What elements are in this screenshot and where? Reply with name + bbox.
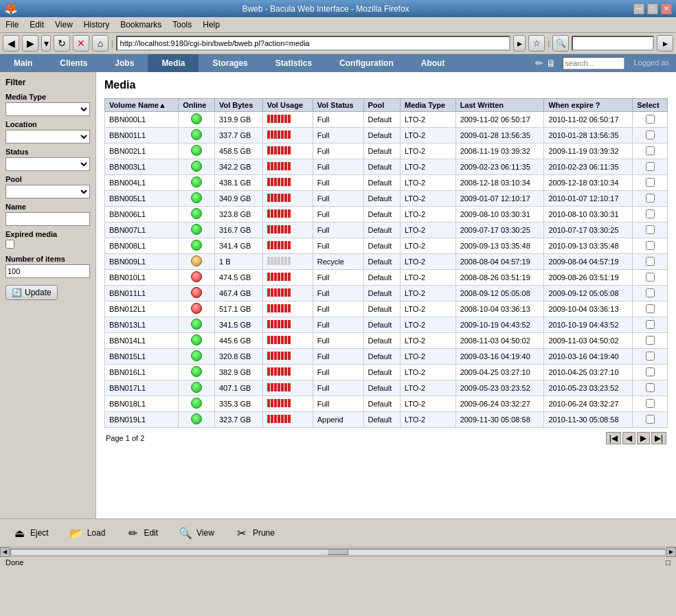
location-select[interactable] (5, 130, 90, 144)
row-checkbox[interactable] (646, 115, 655, 124)
tab-clients[interactable]: Clients (46, 54, 101, 72)
hscroll-left[interactable]: ◀ (0, 547, 10, 557)
cell-select[interactable] (633, 128, 668, 144)
zoom-button[interactable]: 🔍 (552, 35, 569, 52)
row-checkbox[interactable] (646, 273, 655, 282)
row-checkbox[interactable] (646, 352, 655, 361)
expired-media-checkbox[interactable] (5, 240, 14, 249)
search-go-button[interactable]: ▸ (657, 35, 673, 52)
menu-tools[interactable]: Tools (167, 19, 197, 31)
cell-select[interactable] (633, 254, 668, 270)
col-vol-usage[interactable]: Vol Usage (262, 99, 313, 112)
menu-file[interactable]: File (0, 19, 24, 31)
cell-select[interactable] (633, 286, 668, 301)
row-checkbox[interactable] (646, 178, 655, 187)
next-page-button[interactable]: ▶ (637, 432, 650, 444)
hscroll-track[interactable] (10, 549, 666, 556)
cell-select[interactable] (633, 396, 668, 412)
cell-select[interactable] (633, 270, 668, 286)
col-when-expire[interactable]: When expire ? (544, 99, 633, 112)
horizontal-scrollbar[interactable]: ◀ ▶ (0, 547, 676, 556)
window-controls[interactable]: ─ □ ✕ (633, 3, 672, 14)
back-button[interactable]: ◀ (3, 35, 19, 52)
minimize-button[interactable]: ─ (633, 3, 644, 14)
tab-storages[interactable]: Storages (199, 54, 261, 72)
dropdown-button[interactable]: ▾ (41, 35, 51, 52)
menu-help[interactable]: Help (197, 19, 225, 31)
search-box[interactable] (572, 36, 654, 51)
menu-edit[interactable]: Edit (24, 19, 49, 31)
row-checkbox[interactable] (646, 162, 655, 171)
view-button[interactable]: 🔍 View (173, 523, 218, 543)
col-vol-bytes[interactable]: Vol Bytes (214, 99, 262, 112)
prev-page-button[interactable]: ◀ (622, 432, 635, 444)
hscroll-right[interactable]: ▶ (666, 547, 676, 557)
row-checkbox[interactable] (646, 320, 655, 329)
cell-select[interactable] (633, 412, 668, 428)
row-checkbox[interactable] (646, 304, 655, 313)
row-checkbox[interactable] (646, 336, 655, 345)
hscroll-thumb[interactable] (328, 549, 348, 555)
menu-view[interactable]: View (49, 19, 78, 31)
row-checkbox[interactable] (646, 130, 655, 139)
go-button[interactable]: ▸ (513, 35, 526, 52)
cell-select[interactable] (633, 333, 668, 349)
row-checkbox[interactable] (646, 146, 655, 155)
col-last-written[interactable]: Last Written (455, 99, 544, 112)
row-checkbox[interactable] (646, 415, 655, 424)
bookmark-button[interactable]: ☆ (528, 35, 545, 52)
row-checkbox[interactable] (646, 241, 655, 250)
col-media-type[interactable]: Media Type (401, 99, 456, 112)
cell-select[interactable] (633, 112, 668, 128)
stop-button[interactable]: ✕ (73, 35, 89, 52)
nav-search-input[interactable] (563, 57, 624, 69)
cell-select[interactable] (633, 144, 668, 159)
home-button[interactable]: ⌂ (92, 35, 109, 52)
tab-configuration[interactable]: Configuration (326, 54, 407, 72)
tab-statistics[interactable]: Statistics (262, 54, 326, 72)
tab-jobs[interactable]: Jobs (101, 54, 148, 72)
cell-select[interactable] (633, 349, 668, 365)
row-checkbox[interactable] (646, 257, 655, 266)
col-volume-name[interactable]: Volume Name▲ (105, 99, 179, 112)
cell-select[interactable] (633, 365, 668, 380)
cell-select[interactable] (633, 380, 668, 396)
last-page-button[interactable]: ▶| (651, 432, 666, 444)
cell-select[interactable] (633, 317, 668, 333)
status-select[interactable] (5, 157, 90, 171)
row-checkbox[interactable] (646, 288, 655, 297)
address-bar[interactable] (116, 36, 511, 51)
media-type-select[interactable] (5, 102, 90, 116)
name-input[interactable] (5, 212, 90, 226)
close-button[interactable]: ✕ (661, 3, 672, 14)
col-select[interactable]: Select (633, 99, 668, 112)
maximize-button[interactable]: □ (647, 3, 658, 14)
edit-button[interactable]: ✏ Edit (120, 523, 162, 543)
tab-about[interactable]: About (407, 54, 459, 72)
nav-icon-pencil[interactable]: ✏ (535, 58, 543, 69)
row-checkbox[interactable] (646, 367, 655, 376)
tab-media[interactable]: Media (148, 54, 199, 72)
row-checkbox[interactable] (646, 209, 655, 218)
row-checkbox[interactable] (646, 194, 655, 203)
load-button[interactable]: 📂 Load (64, 523, 110, 543)
col-online[interactable]: Online (179, 99, 215, 112)
row-checkbox[interactable] (646, 399, 655, 408)
col-pool[interactable]: Pool (363, 99, 401, 112)
pool-select[interactable] (5, 185, 90, 198)
tab-main[interactable]: Main (0, 54, 46, 72)
first-page-button[interactable]: |◀ (606, 432, 621, 444)
forward-button[interactable]: ▶ (22, 35, 38, 52)
row-checkbox[interactable] (646, 225, 655, 234)
cell-select[interactable] (633, 175, 668, 191)
col-vol-status[interactable]: Vol Status (313, 99, 363, 112)
menu-bookmarks[interactable]: Bookmarks (115, 19, 167, 31)
eject-button[interactable]: ⏏ Eject (7, 523, 53, 543)
cell-select[interactable] (633, 301, 668, 317)
cell-select[interactable] (633, 223, 668, 238)
cell-select[interactable] (633, 238, 668, 254)
cell-select[interactable] (633, 191, 668, 207)
update-button[interactable]: 🔄 Update (5, 285, 58, 300)
number-of-items-input[interactable]: 100 (5, 264, 90, 278)
nav-icon-monitor[interactable]: 🖥 (546, 58, 556, 69)
